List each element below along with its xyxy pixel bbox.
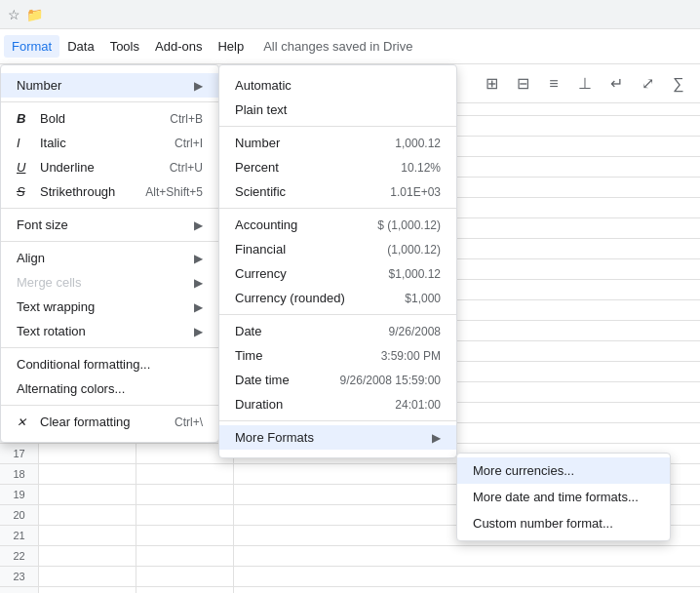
number-automatic-label: Automatic <box>235 78 292 93</box>
toolbar-wrap-icon[interactable]: ↵ <box>603 70 630 98</box>
number-duration-label: Duration <box>235 397 283 412</box>
format-menu-item-alternating[interactable]: Alternating colors... <box>1 376 218 401</box>
format-menu-textrotation-arrow: ▶ <box>194 325 203 338</box>
toolbar-rotate-icon[interactable]: ⤢ <box>634 70 661 98</box>
format-menu-textrotation-label: Text rotation <box>17 324 194 338</box>
menu-item-tools[interactable]: Tools <box>102 35 147 58</box>
number-submenu-item-financial[interactable]: Financial (1,000.12) <box>219 237 456 261</box>
number-submenu-item-date[interactable]: Date 9/26/2008 <box>219 319 456 343</box>
cell[interactable] <box>39 444 136 463</box>
more-formats-submenu: More currencies... More date and time fo… <box>456 453 671 541</box>
cell[interactable] <box>39 505 136 525</box>
format-menu: Number ▶ B Bold Ctrl+B I Italic Ctrl+I U… <box>0 64 219 443</box>
number-percent-value: 10.12% <box>401 161 441 175</box>
menu-item-data[interactable]: Data <box>59 35 101 58</box>
cell[interactable] <box>136 485 234 504</box>
toolbar-align-icon[interactable]: ≡ <box>540 70 567 98</box>
number-submenu-item-currency[interactable]: Currency $1,000.12 <box>219 261 456 286</box>
folder-icon[interactable]: 📁 <box>26 7 43 22</box>
number-submenu-item-accounting[interactable]: Accounting $ (1,000.12) <box>219 213 456 237</box>
number-duration-value: 24:01:00 <box>395 398 441 412</box>
more-formats-item-datetime[interactable]: More date and time formats... <box>457 484 670 510</box>
number-submenu-item-currency-rounded[interactable]: Currency (rounded) $1,000 <box>219 286 456 310</box>
toolbar-merge-icon[interactable]: ⊟ <box>509 70 536 98</box>
format-menu-item-bold[interactable]: B Bold Ctrl+B <box>1 106 218 131</box>
top-bar: ☆ 📁 <box>0 0 700 29</box>
number-more-formats-arrow: ▶ <box>432 431 441 445</box>
format-menu-item-underline[interactable]: U Underline Ctrl+U <box>1 155 218 179</box>
number-currency-rounded-label: Currency (rounded) <box>235 291 345 305</box>
more-datetime-label: More date and time formats... <box>473 490 639 504</box>
more-formats-item-currencies[interactable]: More currencies... <box>457 457 670 484</box>
format-menu-item-conditional[interactable]: Conditional formatting... <box>1 352 218 376</box>
number-submenu-item-scientific[interactable]: Scientific 1.01E+03 <box>219 179 456 204</box>
menu-item-help[interactable]: Help <box>210 35 252 58</box>
number-submenu-item-duration[interactable]: Duration 24:01:00 <box>219 392 456 416</box>
star-icon[interactable]: ☆ <box>8 7 20 22</box>
cell[interactable] <box>136 546 234 566</box>
cell[interactable] <box>39 567 136 586</box>
number-submenu: Automatic Plain text Number 1,000.12 Per… <box>218 64 457 458</box>
number-submenu-item-datetime[interactable]: Date time 9/26/2008 15:59:00 <box>219 368 456 392</box>
format-menu-section-conditional: Conditional formatting... Alternating co… <box>1 348 218 406</box>
number-plaintext-label: Plain text <box>235 102 287 117</box>
cell[interactable] <box>136 505 234 525</box>
format-menu-underline-shortcut: Ctrl+U <box>170 161 203 175</box>
toolbar-valign-icon[interactable]: ⊥ <box>571 70 599 98</box>
number-percent-label: Percent <box>235 160 279 175</box>
row-number: 19 <box>0 485 39 504</box>
cell[interactable] <box>39 485 136 504</box>
toolbar-borders-icon[interactable]: ⊞ <box>478 70 505 98</box>
italic-icon: I <box>17 136 36 150</box>
toolbar-function-icon[interactable]: ∑ <box>665 70 692 98</box>
clear-formatting-icon: ✕ <box>17 415 36 429</box>
format-menu-item-strikethrough[interactable]: S Strikethrough Alt+Shift+5 <box>1 179 218 204</box>
cell[interactable] <box>136 464 234 484</box>
format-menu-conditional-label: Conditional formatting... <box>17 357 203 372</box>
strikethrough-icon: S <box>17 184 36 199</box>
menu-bar: Format Data Tools Add-ons Help All chang… <box>0 29 700 64</box>
number-scientific-label: Scientific <box>235 184 286 199</box>
cell[interactable] <box>136 587 234 593</box>
format-menu-item-textwrap[interactable]: Text wrapping ▶ <box>1 295 218 319</box>
format-menu-fontsize-label: Font size <box>17 217 194 232</box>
number-submenu-item-number[interactable]: Number 1,000.12 <box>219 131 456 155</box>
format-menu-section-fontsize: Font size ▶ <box>1 209 218 242</box>
cell[interactable] <box>39 526 136 545</box>
number-datetime-value: 9/26/2008 15:59:00 <box>340 374 441 387</box>
number-time-value: 3:59:00 PM <box>381 349 441 363</box>
number-submenu-item-percent[interactable]: Percent 10.12% <box>219 155 456 179</box>
number-submenu-item-automatic[interactable]: Automatic <box>219 73 456 98</box>
row-number: 21 <box>0 526 39 545</box>
format-menu-section-layout: Align ▶ Merge cells ▶ Text wrapping ▶ Te… <box>1 242 218 348</box>
number-submenu-section-auto: Automatic Plain text <box>219 69 456 127</box>
number-financial-label: Financial <box>235 242 286 257</box>
cell[interactable] <box>136 567 234 586</box>
format-menu-bold-label: Bold <box>40 111 158 126</box>
format-menu-item-clear[interactable]: ✕ Clear formatting Ctrl+\ <box>1 410 218 434</box>
number-currency-label: Currency <box>235 266 287 281</box>
menu-item-format[interactable]: Format <box>4 35 59 58</box>
format-menu-item-fontsize[interactable]: Font size ▶ <box>1 213 218 237</box>
format-menu-item-textrotation[interactable]: Text rotation ▶ <box>1 319 218 343</box>
format-menu-section-number: Number ▶ <box>1 69 218 102</box>
format-menu-merge-label: Merge cells <box>17 275 194 290</box>
more-formats-item-custom-number[interactable]: Custom number format... <box>457 510 670 536</box>
number-submenu-section-datetime: Date 9/26/2008 Time 3:59:00 PM Date time… <box>219 315 456 421</box>
format-menu-strikethrough-label: Strikethrough <box>40 184 134 199</box>
cell[interactable] <box>39 587 136 593</box>
number-submenu-item-plaintext[interactable]: Plain text <box>219 98 456 122</box>
number-submenu-item-more-formats[interactable]: More Formats ▶ <box>219 425 456 450</box>
format-menu-item-italic[interactable]: I Italic Ctrl+I <box>1 131 218 155</box>
number-financial-value: (1,000.12) <box>387 243 441 257</box>
custom-number-label: Custom number format... <box>473 516 613 531</box>
more-currencies-label: More currencies... <box>473 463 574 478</box>
underline-icon: U <box>17 160 36 175</box>
format-menu-item-number[interactable]: Number ▶ <box>1 73 218 98</box>
cell[interactable] <box>39 546 136 566</box>
format-menu-item-align[interactable]: Align ▶ <box>1 246 218 270</box>
menu-item-addons[interactable]: Add-ons <box>147 35 210 58</box>
cell[interactable] <box>136 526 234 545</box>
number-submenu-item-time[interactable]: Time 3:59:00 PM <box>219 343 456 368</box>
cell[interactable] <box>39 464 136 484</box>
